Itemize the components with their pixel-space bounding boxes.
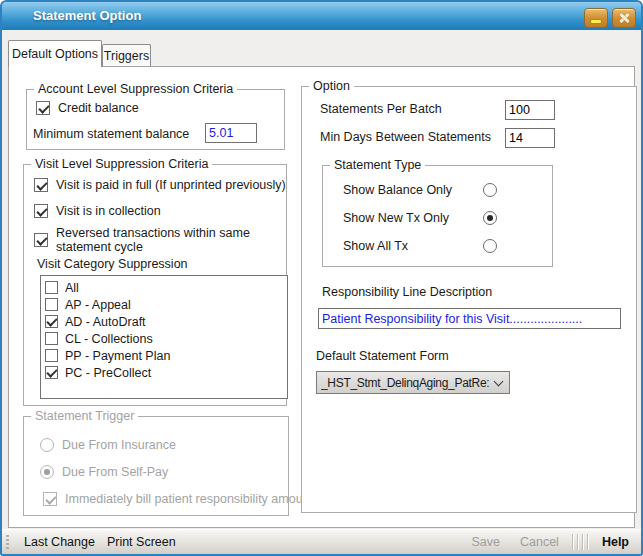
visit-collection-label: Visit is in collection	[56, 204, 161, 218]
show-balance-only-row: Show Balance Only	[343, 183, 452, 197]
due-from-selfpay-radio	[40, 465, 54, 479]
show-new-tx-radio[interactable]	[483, 211, 497, 225]
group-title: Statement Trigger	[31, 409, 138, 423]
visit-category-label: Visit Category Suppression	[37, 257, 188, 271]
reversed-tx-label: Reversed transactions within same statem…	[56, 226, 268, 254]
statement-form-label: Default Statement Form	[316, 349, 449, 363]
statements-per-batch-input[interactable]	[505, 100, 555, 120]
visit-collection-checkbox[interactable]	[34, 204, 48, 218]
show-new-tx-row: Show New Tx Only	[343, 211, 449, 225]
tab-triggers[interactable]: Triggers	[102, 44, 151, 67]
group-title: Visit Level Suppression Criteria	[31, 157, 212, 171]
visit-paid-row: Visit is paid in full (If unprinted prev…	[34, 178, 286, 192]
credit-balance-row: Credit balance	[36, 101, 139, 115]
statement-form-label-row: Default Statement Form	[316, 349, 449, 363]
visit-category-listbox[interactable]: All AP - Appeal AD - AutoDraft CL - Coll…	[40, 275, 288, 399]
min-days-label: Min Days Between Statements	[320, 130, 491, 144]
tab-label: Triggers	[104, 49, 149, 63]
checkbox[interactable]	[45, 298, 58, 311]
minimize-icon	[590, 19, 602, 24]
reversed-tx-row: Reversed transactions within same statem…	[34, 226, 270, 254]
visit-paid-label: Visit is paid in full (If unprinted prev…	[56, 178, 286, 192]
footer-toolbar: Last Change Print Screen Save Cancel Hel…	[2, 529, 641, 554]
immediately-bill-checkbox	[43, 492, 57, 506]
statements-per-batch-row: Statements Per Batch	[320, 102, 442, 116]
immediately-bill-label: Immediately bill patient responsibility …	[65, 492, 313, 506]
list-item-all[interactable]: All	[45, 279, 287, 296]
print-screen-button[interactable]: Print Screen	[101, 535, 182, 549]
group-title: Account Level Suppression Criteria	[34, 82, 237, 96]
responsibility-input[interactable]	[318, 308, 621, 329]
statement-trigger-group: Statement Trigger Due From Insurance Due…	[23, 416, 289, 516]
cancel-button: Cancel	[514, 535, 565, 549]
checkbox[interactable]	[45, 315, 58, 328]
window-title: Statement Option	[33, 1, 141, 31]
group-title: Option	[309, 79, 354, 93]
statement-type-group: Statement Type Show Balance Only Show Ne…	[322, 165, 553, 267]
minimum-balance-input[interactable]	[205, 123, 257, 143]
visit-collection-row: Visit is in collection	[34, 204, 161, 218]
list-item-label: CL - Collections	[65, 332, 153, 346]
statements-per-batch-label: Statements Per Batch	[320, 102, 442, 116]
toolbar-grip[interactable]	[6, 535, 9, 549]
minimum-balance-label: Minimum statement balance	[33, 127, 189, 141]
list-item-pp-payment-plan[interactable]: PP - Payment Plan	[45, 347, 287, 364]
checkbox[interactable]	[45, 349, 58, 362]
minimize-button[interactable]	[584, 8, 608, 28]
checkbox[interactable]	[45, 281, 58, 294]
due-from-insurance-row: Due From Insurance	[40, 438, 176, 452]
default-options-page: Account Level Suppression Criteria Credi…	[8, 66, 635, 528]
tab-label: Default Options	[12, 47, 98, 61]
list-item-ap-appeal[interactable]: AP - Appeal	[45, 296, 287, 313]
close-button[interactable]	[612, 8, 636, 28]
statement-form-dropdown[interactable]: _HST_Stmt_DelinqAging_PatRe:	[316, 371, 510, 394]
visit-level-suppression-group: Visit Level Suppression Criteria Visit i…	[23, 164, 287, 406]
group-title: Statement Type	[330, 158, 425, 172]
minimum-balance-row: Minimum statement balance	[33, 127, 189, 141]
chevron-down-icon	[494, 376, 504, 386]
last-change-button[interactable]: Last Change	[18, 535, 101, 549]
visit-category-label-row: Visit Category Suppression	[37, 257, 188, 271]
list-item-ad-autodraft[interactable]: AD - AutoDraft	[45, 313, 287, 330]
list-item-label: PP - Payment Plan	[65, 349, 170, 363]
account-level-suppression-group: Account Level Suppression Criteria Credi…	[26, 89, 285, 150]
list-item-pc-precollect[interactable]: PC - PreCollect	[45, 364, 287, 381]
due-from-selfpay-row: Due From Self-Pay	[40, 465, 168, 479]
responsibility-label: Responsibility Line Description	[322, 285, 492, 299]
show-balance-only-label: Show Balance Only	[343, 183, 452, 197]
credit-balance-label: Credit balance	[58, 101, 139, 115]
show-all-tx-radio[interactable]	[483, 239, 497, 253]
responsibility-label-row: Responsibility Line Description	[322, 285, 492, 299]
tab-default-options[interactable]: Default Options	[8, 40, 102, 67]
show-all-tx-row: Show All Tx	[343, 239, 408, 253]
close-icon	[617, 11, 631, 25]
credit-balance-checkbox[interactable]	[36, 101, 50, 115]
min-days-input[interactable]	[505, 128, 555, 148]
list-item-label: AD - AutoDraft	[65, 315, 146, 329]
checkbox[interactable]	[45, 366, 58, 379]
toolbar-separator	[572, 534, 589, 550]
immediately-bill-row: Immediately bill patient responsibility …	[43, 492, 313, 506]
window-controls	[584, 8, 636, 28]
due-from-selfpay-label: Due From Self-Pay	[62, 465, 168, 479]
save-button: Save	[465, 535, 506, 549]
option-group: Option Statements Per Batch Min Days Bet…	[301, 86, 637, 513]
statement-option-dialog: Statement Option Default Options Trigger…	[0, 0, 643, 556]
list-item-cl-collections[interactable]: CL - Collections	[45, 330, 287, 347]
list-item-label: AP - Appeal	[65, 298, 131, 312]
help-button[interactable]: Help	[596, 535, 635, 549]
checkbox[interactable]	[45, 332, 58, 345]
due-from-insurance-label: Due From Insurance	[62, 438, 176, 452]
list-item-label: PC - PreCollect	[65, 366, 151, 380]
due-from-insurance-radio	[40, 438, 54, 452]
show-balance-only-radio[interactable]	[483, 183, 497, 197]
titlebar: Statement Option	[0, 0, 643, 30]
list-item-label: All	[65, 281, 79, 295]
min-days-row: Min Days Between Statements	[320, 130, 491, 144]
show-new-tx-label: Show New Tx Only	[343, 211, 449, 225]
reversed-tx-checkbox[interactable]	[34, 233, 48, 247]
statement-form-value: _HST_Stmt_DelinqAging_PatRe:	[321, 376, 491, 390]
visit-paid-checkbox[interactable]	[34, 178, 48, 192]
show-all-tx-label: Show All Tx	[343, 239, 408, 253]
